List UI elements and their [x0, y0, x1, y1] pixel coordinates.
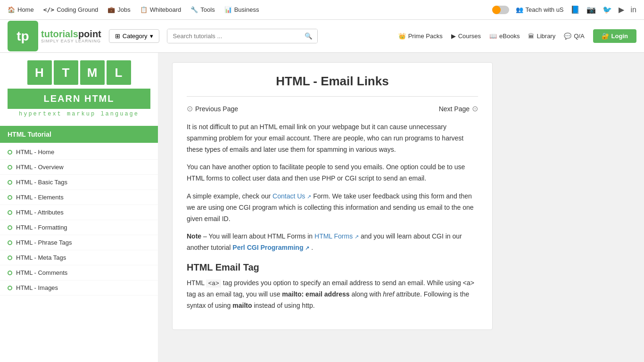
external-link-icon: ↗	[307, 194, 311, 199]
header-right: 👑 Prime Packs ▶ Courses 📖 eBooks 🏛 Libra…	[398, 29, 636, 43]
teach-icon: 👥	[516, 6, 523, 13]
bullet-icon	[8, 271, 12, 275]
content-box: HTML - Email Links ⊙ Previous Page Next …	[172, 62, 493, 330]
sidebar: H T M L LEARN HTML hypertext markup lang…	[0, 53, 158, 362]
previous-page-button[interactable]: ⊙ Previous Page	[187, 104, 238, 113]
search-button[interactable]: 🔍	[300, 29, 317, 43]
nav-jobs[interactable]: 💼 Jobs	[107, 6, 130, 13]
home-icon: 🏠	[8, 6, 15, 13]
note-paragraph: Note – You will learn about HTML Forms i…	[187, 231, 478, 254]
nav-home[interactable]: 🏠 Home	[8, 6, 34, 13]
html-letter-m: M	[80, 60, 105, 85]
bullet-icon	[8, 240, 12, 245]
main-header: tp tutorialspoint SIMPLY EASY LEARNING ⊞…	[0, 20, 644, 53]
page-layout: H T M L LEARN HTML hypertext markup lang…	[0, 53, 644, 362]
logo-text: tutorialspoint SIMPLY EASY LEARNING	[41, 29, 101, 43]
courses-icon: ▶	[451, 33, 456, 40]
logo-link[interactable]: tp tutorialspoint SIMPLY EASY LEARNING	[8, 21, 101, 51]
sidebar-item-html-comments[interactable]: HTML - Comments	[0, 265, 158, 280]
search-input[interactable]	[167, 29, 300, 43]
grid-icon: ⊞	[115, 33, 120, 40]
section-title-email-tag: HTML Email Tag	[187, 262, 478, 273]
page-nav-buttons: ⊙ Previous Page Next Page ⊙	[187, 104, 478, 113]
perl-cgi-link[interactable]: Perl CGI Programming ↗	[232, 244, 311, 251]
bullet-icon	[8, 165, 12, 170]
bullet-icon	[8, 195, 12, 200]
prime-icon: 👑	[398, 33, 406, 40]
bullet-icon	[8, 255, 12, 260]
business-icon: 📊	[224, 6, 232, 13]
twitter-icon[interactable]: 🐦	[603, 5, 612, 14]
tutorial-title: HTML Tutorial	[0, 126, 158, 143]
main-content: HTML - Email Links ⊙ Previous Page Next …	[158, 53, 644, 362]
toggle-knob	[492, 6, 501, 14]
learn-html-banner: LEARN HTML	[8, 89, 150, 109]
bullet-icon	[8, 150, 12, 155]
external-link-icon-3: ↗	[305, 245, 309, 251]
html-letters: H T M L	[8, 60, 150, 85]
courses-link[interactable]: ▶ Courses	[451, 33, 481, 40]
youtube-icon[interactable]: ▶	[619, 5, 624, 14]
sidebar-item-html-meta-tags[interactable]: HTML - Meta Tags	[0, 250, 158, 265]
next-page-button[interactable]: Next Page ⊙	[439, 104, 478, 113]
top-nav-left: 🏠 Home </> Coding Ground 💼 Jobs 📋 Whiteb…	[8, 6, 259, 13]
sidebar-item-html-phrase-tags[interactable]: HTML - Phrase Tags	[0, 235, 158, 250]
teach-with-us-link[interactable]: 👥 Teach with uS	[516, 6, 564, 13]
sidebar-item-html-overview[interactable]: HTML - Overview	[0, 160, 158, 175]
login-icon: 🔐	[602, 33, 609, 40]
coding-icon: </>	[43, 6, 54, 13]
whiteboard-icon: 📋	[140, 6, 148, 13]
paragraph-4: HTML <a> tag provides you option to spec…	[187, 278, 478, 312]
html-letter-t: T	[54, 60, 78, 85]
html-letter-h: H	[27, 60, 52, 85]
nav-business[interactable]: 📊 Business	[224, 6, 259, 13]
html-forms-link[interactable]: HTML Forms ↗	[314, 232, 361, 240]
page-title: HTML - Email Links	[187, 74, 478, 89]
svg-text:tp: tp	[17, 29, 29, 43]
sidebar-item-html-basic-tags[interactable]: HTML - Basic Tags	[0, 175, 158, 190]
dark-mode-toggle[interactable]	[492, 6, 509, 14]
hypertext-tagline: hypertext markup language	[8, 109, 150, 120]
sidebar-item-html-attributes[interactable]: HTML - Attributes	[0, 205, 158, 220]
html-letter-l: L	[107, 60, 131, 85]
bullet-icon	[8, 225, 12, 230]
login-button[interactable]: 🔐 Login	[593, 29, 636, 43]
sidebar-item-html-images[interactable]: HTML - Images	[0, 280, 158, 296]
bullet-icon	[8, 180, 12, 185]
qa-link[interactable]: 💬 Q/A	[564, 33, 584, 40]
bullet-icon	[8, 286, 12, 290]
href-em: href	[383, 290, 394, 298]
sidebar-item-html-elements[interactable]: HTML - Elements	[0, 190, 158, 205]
sidebar-item-html-formatting[interactable]: HTML - Formatting	[0, 220, 158, 235]
nav-tools[interactable]: 🔧 Tools	[190, 6, 215, 13]
library-icon: 🏛	[528, 33, 534, 40]
tools-icon: 🔧	[190, 6, 198, 13]
a-tag-code: <a>	[206, 280, 221, 288]
prime-packs-link[interactable]: 👑 Prime Packs	[398, 33, 443, 40]
right-arrow-icon: ⊙	[472, 104, 478, 113]
note-label: Note	[187, 232, 201, 240]
nav-coding-ground[interactable]: </> Coding Ground	[43, 6, 99, 13]
external-link-icon-2: ↗	[355, 234, 359, 239]
linkedin-icon[interactable]: in	[631, 6, 636, 14]
paragraph-2: You can have another option to facilitat…	[187, 162, 478, 184]
instagram-icon[interactable]: 📷	[586, 5, 596, 14]
bullet-icon	[8, 210, 12, 215]
facebook-icon[interactable]: 📘	[570, 5, 580, 14]
paragraph-1: It is not difficult to put an HTML email…	[187, 122, 478, 155]
html-banner: H T M L LEARN HTML hypertext markup lang…	[8, 60, 150, 120]
category-button[interactable]: ⊞ Category ▾	[109, 29, 159, 43]
top-nav-right: 👥 Teach with uS 📘 📷 🐦 ▶ in	[492, 5, 636, 14]
library-link[interactable]: 🏛 Library	[528, 33, 555, 40]
nav-whiteboard[interactable]: 📋 Whiteboard	[140, 6, 181, 13]
logo-image: tp	[8, 21, 38, 51]
contact-us-link[interactable]: Contact Us ↗	[272, 192, 313, 200]
left-arrow-icon: ⊙	[187, 104, 193, 113]
search-area: 🔍	[167, 29, 318, 43]
sidebar-item-html-home[interactable]: HTML - Home	[0, 145, 158, 160]
qa-icon: 💬	[564, 33, 571, 40]
ebooks-link[interactable]: 📖 eBooks	[489, 33, 520, 40]
mailto-strong-2: mailto	[232, 302, 252, 309]
paragraph-3: A simple example, check our Contact Us ↗…	[187, 191, 478, 224]
mailto-strong: mailto: email address	[282, 290, 349, 298]
